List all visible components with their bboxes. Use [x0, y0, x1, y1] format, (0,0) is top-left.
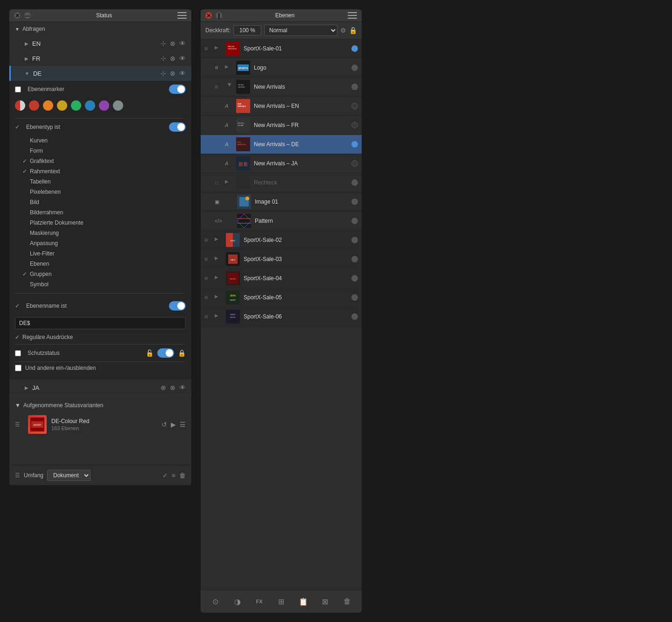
- eye-icon[interactable]: 👁: [179, 70, 186, 77]
- visibility-dot-02[interactable]: [351, 237, 358, 243]
- hide-checkbox[interactable]: [15, 365, 21, 371]
- query-row-ja[interactable]: ▶ JA ⊕ ⊗ 👁: [9, 380, 191, 395]
- type-item-symbol[interactable]: Symbol: [22, 279, 186, 290]
- cursor-icon[interactable]: ⊹: [161, 70, 166, 77]
- layer-row-pattern[interactable]: </> Pattern: [201, 212, 362, 231]
- ebenentyp-toggle[interactable]: [169, 122, 186, 132]
- layer-row-sportx-05[interactable]: ⊞ ▶ 30%RABATT SportX-Sale-05: [201, 288, 362, 307]
- layer-row-sportx-01[interactable]: ⊞ ▶ NEUGE-TROFFEN SportX-Sale-01: [201, 39, 362, 58]
- ebenenname-input[interactable]: [15, 317, 186, 329]
- color-dot-blue[interactable]: [85, 100, 95, 111]
- add-icon[interactable]: ⊕: [161, 384, 166, 391]
- type-item-ebenen[interactable]: Ebenen: [22, 259, 186, 269]
- cursor-icon[interactable]: ⊹: [161, 55, 166, 62]
- list-footer-icon[interactable]: ≡: [172, 472, 175, 479]
- color-dot-purple[interactable]: [99, 100, 109, 111]
- lock-icon[interactable]: 🔒: [349, 27, 357, 34]
- visibility-dot-na-fr[interactable]: [351, 122, 358, 128]
- trash-footer-icon[interactable]: 🗑: [179, 472, 186, 479]
- visibility-dot-na-en[interactable]: [351, 103, 358, 109]
- type-item-bilderrahmen[interactable]: Bilderrahmen: [22, 207, 186, 218]
- close-button[interactable]: ✕: [14, 12, 21, 19]
- expand-icon[interactable]: ▶: [215, 45, 222, 52]
- blend-icon[interactable]: ◑: [230, 594, 245, 609]
- eye-icon[interactable]: 👁: [179, 40, 186, 47]
- type-item-gruppen[interactable]: ✓Gruppen: [22, 269, 186, 279]
- query-row-fr[interactable]: ▶ FR ⊹ ⊗ 👁: [9, 51, 191, 66]
- new-layer-icon[interactable]: ⊙: [208, 594, 223, 609]
- type-item-grafiktext[interactable]: ✓Grafiktext: [22, 156, 186, 166]
- expand-icon[interactable]: ▶: [215, 313, 222, 320]
- visibility-dot-image01[interactable]: [351, 198, 358, 205]
- query-row-de[interactable]: ▼ DE ⊹ ⊗ 👁: [9, 66, 191, 81]
- type-item-form[interactable]: Form: [22, 146, 186, 156]
- layers-menu-icon[interactable]: [348, 12, 357, 19]
- minimize-button[interactable]: —: [24, 12, 31, 19]
- layers-minimize-button[interactable]: ‖: [216, 12, 222, 19]
- eye-icon[interactable]: 👁: [179, 55, 186, 62]
- type-item-anpassung[interactable]: Anpassung: [22, 238, 186, 248]
- expand-icon[interactable]: ▶: [225, 83, 232, 91]
- visibility-dot-04[interactable]: [351, 275, 358, 282]
- delete-icon[interactable]: 🗑: [340, 594, 355, 609]
- layer-row-image01[interactable]: ▣ Image 01: [201, 192, 362, 212]
- visibility-dot-pattern[interactable]: [351, 218, 358, 224]
- layer-row-rechteck[interactable]: ◻ ▶ Rechteck: [201, 173, 362, 192]
- color-dot-gray[interactable]: [113, 100, 123, 111]
- layer-row-sportx-06[interactable]: ⊞ ▶ ENDETHEUTE SportX-Sale-06: [201, 307, 362, 326]
- layers-close-button[interactable]: ✕: [205, 12, 212, 19]
- visibility-dot-01[interactable]: [351, 45, 358, 52]
- visibility-dot-na[interactable]: [351, 84, 358, 90]
- layer-row-logo[interactable]: ⚙ ▶ SPORTX Logo: [201, 58, 362, 78]
- schutzstatus-toggle[interactable]: [157, 348, 174, 358]
- reset-icon[interactable]: ↺: [161, 421, 167, 428]
- visibility-dot-05[interactable]: [351, 294, 358, 301]
- filter-icon[interactable]: ⊗: [170, 384, 175, 391]
- expand-icon[interactable]: ▶: [225, 64, 232, 71]
- color-dot-yellow[interactable]: [57, 100, 67, 111]
- type-item-platzierte[interactable]: Platzierte Dokumente: [22, 218, 186, 228]
- visibility-dot-03[interactable]: [351, 256, 358, 262]
- layer-row-sportx-02[interactable]: ⊞ ▶ VERK. SportX-Sale-02: [201, 231, 362, 250]
- filter-icon[interactable]: ⊗: [170, 70, 175, 77]
- ebenenmarker-toggle[interactable]: [169, 85, 186, 94]
- color-dot-orange[interactable]: [43, 100, 53, 111]
- expand-icon[interactable]: ▶: [215, 255, 222, 263]
- layer-row-na-de[interactable]: A NEUEINGETRE. New Arrivals – DE: [201, 135, 362, 154]
- layer-row-na-ja[interactable]: A 新着 New Arrivals – JA: [201, 154, 362, 173]
- umfang-select[interactable]: Dokument Seite Auswahl: [47, 470, 91, 481]
- visibility-dot-logo[interactable]: [351, 64, 358, 71]
- query-row-en[interactable]: ▶ EN ⊹ ⊗ 👁: [9, 36, 191, 51]
- expand-icon[interactable]: ▶: [215, 236, 222, 244]
- visibility-dot-06[interactable]: [351, 313, 358, 320]
- color-dot-green[interactable]: [71, 100, 81, 111]
- expand-icon[interactable]: ▶: [215, 275, 222, 282]
- type-item-tabellen[interactable]: Tabellen: [22, 177, 186, 187]
- play-icon[interactable]: ▶: [171, 421, 176, 428]
- expand-icon[interactable]: ▶: [215, 294, 222, 301]
- color-dot-half[interactable]: [15, 100, 25, 111]
- layer-row-new-arrivals[interactable]: ⊞ ▶ NE EIN-GETROF New Arrivals: [201, 78, 362, 97]
- blend-mode-select[interactable]: Normal Multiplizieren Bildschirm: [264, 25, 337, 36]
- type-item-kurven[interactable]: Kurven: [22, 135, 186, 146]
- layer-row-sportx-04[interactable]: ⊞ ▶ SPORT SportX-Sale-04: [201, 269, 362, 288]
- ebenenmarker-checkbox[interactable]: [15, 86, 21, 92]
- eye-icon[interactable]: 👁: [179, 384, 186, 391]
- color-dot-red[interactable]: [29, 100, 39, 111]
- abfragen-header[interactable]: ▼ Abfragen: [9, 22, 191, 36]
- check-footer-icon[interactable]: ✓: [162, 472, 168, 479]
- type-item-live-filter[interactable]: Live-Filter: [22, 248, 186, 259]
- type-item-bild[interactable]: Bild: [22, 197, 186, 207]
- type-item-rahmentext[interactable]: ✓Rahmentext: [22, 166, 186, 177]
- cursor-icon[interactable]: ⊹: [161, 40, 166, 47]
- ebenenname-toggle[interactable]: [169, 301, 186, 311]
- menu-icon[interactable]: [177, 12, 187, 19]
- gear-icon[interactable]: ⚙: [340, 27, 346, 34]
- type-item-pixelebenen[interactable]: Pixelebenen: [22, 187, 186, 197]
- filter-icon[interactable]: ⊗: [170, 55, 175, 62]
- visibility-dot-na-ja[interactable]: [351, 160, 358, 167]
- statusvarianten-header[interactable]: ▼ Aufgenommene Statusvarianten: [15, 399, 186, 411]
- visibility-dot-na-de[interactable]: [351, 141, 358, 148]
- layer-row-na-en[interactable]: A NEWARRIVALS New Arrivals – EN: [201, 97, 362, 116]
- visibility-dot-rechteck[interactable]: [351, 179, 358, 186]
